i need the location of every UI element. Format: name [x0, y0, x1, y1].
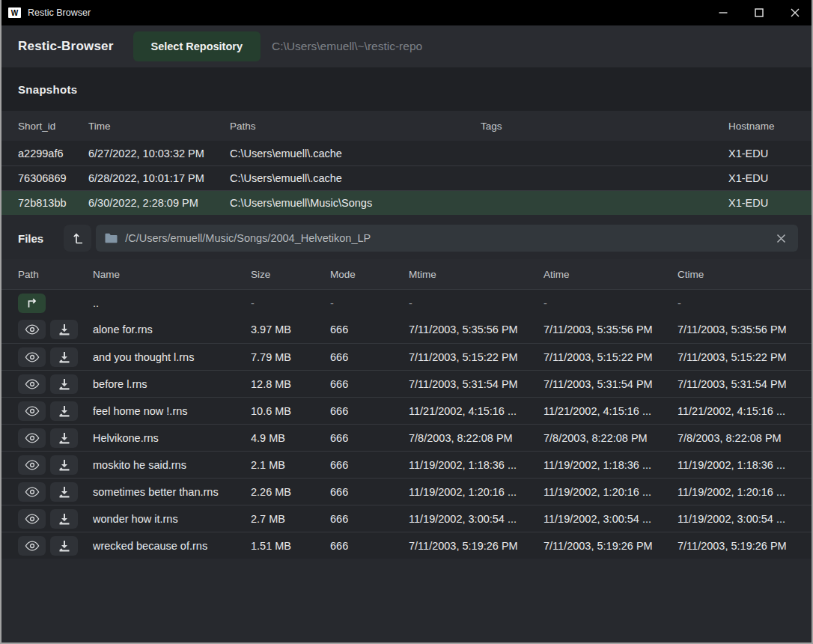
file-mode: 666	[330, 459, 409, 471]
snapshot-short-id: a2299af6	[18, 148, 88, 160]
snapshots-table-body: a2299af6 6/27/2022, 10:03:32 PM C:\Users…	[1, 141, 812, 215]
column-size: Size	[251, 269, 330, 280]
preview-file-button[interactable]	[18, 347, 46, 367]
titlebar: W Restic Browser	[0, 0, 813, 25]
window-controls	[705, 0, 813, 25]
download-file-button[interactable]	[50, 401, 78, 421]
snapshot-hostname: X1-EDU	[728, 172, 798, 184]
file-mode: 666	[330, 405, 409, 417]
file-row[interactable]: and you thought l.rns 7.79 MB 666 7/11/2…	[1, 343, 812, 370]
file-ctime: 11/19/2002, 1:18:36 ...	[678, 459, 798, 471]
file-name: moskito he said.rns	[93, 459, 251, 471]
download-file-button[interactable]	[50, 509, 78, 529]
minimize-button[interactable]	[705, 0, 741, 25]
preview-file-button[interactable]	[18, 374, 46, 394]
column-time: Time	[88, 121, 230, 132]
parent-directory-name: ..	[93, 297, 251, 309]
parent-ctime: -	[678, 297, 798, 309]
folder-icon	[105, 233, 118, 243]
preview-file-button[interactable]	[18, 428, 46, 448]
files-table-header: Path Name Size Mode Mtime Atime Ctime	[1, 259, 812, 289]
file-row[interactable]: moskito he said.rns 2.1 MB 666 11/19/200…	[1, 451, 812, 478]
repository-path[interactable]: C:\Users\emuell\~\restic-repo	[272, 40, 422, 53]
preview-file-button[interactable]	[18, 482, 46, 502]
parent-atime: -	[543, 297, 678, 309]
snapshot-row[interactable]: 72b813bb 6/30/2022, 2:28:09 PM C:\Users\…	[1, 190, 812, 215]
file-row[interactable]: alone for.rns 3.97 MB 666 7/11/2003, 5:3…	[1, 316, 812, 343]
preview-file-button[interactable]	[18, 536, 46, 556]
clear-path-button[interactable]	[773, 231, 789, 246]
column-hostname: Hostname	[728, 121, 798, 132]
file-atime: 11/19/2002, 3:00:54 ...	[543, 513, 678, 525]
file-size: 10.6 MB	[251, 405, 330, 417]
parent-mode: -	[330, 297, 409, 309]
download-file-button[interactable]	[50, 374, 78, 394]
window-title: Restic Browser	[28, 7, 91, 18]
go-parent-directory-button[interactable]	[18, 294, 46, 313]
file-size: 7.79 MB	[251, 351, 330, 363]
parent-directory-row[interactable]: .. - - - - -	[1, 289, 812, 316]
download-file-button[interactable]	[50, 455, 78, 475]
snapshot-row[interactable]: a2299af6 6/27/2022, 10:03:32 PM C:\Users…	[1, 141, 812, 165]
file-name: and you thought l.rns	[93, 351, 251, 363]
file-size: 3.97 MB	[251, 323, 330, 335]
close-button[interactable]	[777, 0, 813, 25]
column-atime: Atime	[543, 269, 678, 280]
snapshots-table-header: Short_id Time Paths Tags Hostname	[1, 111, 812, 141]
file-mode: 666	[330, 432, 409, 444]
preview-file-button[interactable]	[18, 455, 46, 475]
preview-file-button[interactable]	[18, 509, 46, 529]
snapshot-hostname: X1-EDU	[728, 197, 798, 209]
column-ctime: Ctime	[678, 269, 798, 280]
file-ctime: 11/19/2002, 3:00:54 ...	[678, 513, 798, 525]
go-to-root-button[interactable]	[64, 225, 91, 252]
file-size: 2.7 MB	[251, 513, 330, 525]
download-file-button[interactable]	[50, 482, 78, 502]
download-icon	[58, 323, 71, 336]
file-mtime: 7/11/2003, 5:31:54 PM	[409, 378, 543, 390]
download-icon	[58, 350, 71, 364]
up-level-icon	[70, 230, 85, 246]
download-icon	[58, 431, 71, 445]
file-atime: 7/11/2003, 5:19:26 PM	[543, 540, 678, 552]
eye-icon	[25, 540, 40, 552]
snapshot-row[interactable]: 76306869 6/28/2022, 10:01:17 PM C:\Users…	[1, 165, 812, 190]
files-table-body: alone for.rns 3.97 MB 666 7/11/2003, 5:3…	[1, 316, 812, 559]
download-icon	[58, 404, 71, 418]
file-atime: 11/21/2002, 4:15:16 ...	[543, 405, 678, 417]
preview-file-button[interactable]	[18, 320, 46, 339]
download-icon	[58, 485, 71, 499]
maximize-button[interactable]	[741, 0, 777, 25]
file-size: 12.8 MB	[251, 378, 330, 390]
titlebar-left: W Restic Browser	[0, 7, 91, 18]
download-icon	[58, 377, 71, 391]
download-file-button[interactable]	[50, 347, 78, 367]
file-mode: 666	[330, 540, 409, 552]
current-path-input[interactable]: /C/Users/emuell/Music/Songs/2004_Helveti…	[96, 225, 798, 252]
file-ctime: 7/11/2003, 5:15:22 PM	[678, 351, 798, 363]
file-ctime: 7/11/2003, 5:35:56 PM	[678, 323, 798, 335]
file-row[interactable]: Helvikone.rns 4.9 MB 666 7/8/2003, 8:22:…	[1, 424, 812, 451]
file-mode: 666	[330, 486, 409, 498]
files-toolbar: Files /C/Users/emuell/Music/Songs/2004_H…	[18, 225, 798, 252]
parent-size: -	[251, 297, 330, 309]
file-atime: 7/11/2003, 5:35:56 PM	[543, 323, 678, 335]
download-file-button[interactable]	[50, 320, 78, 339]
file-row[interactable]: sometimes better than.rns 2.26 MB 666 11…	[1, 478, 812, 505]
download-file-button[interactable]	[50, 536, 78, 556]
file-row[interactable]: before l.rns 12.8 MB 666 7/11/2003, 5:31…	[1, 370, 812, 397]
snapshot-paths: C:\Users\emuell\.cache	[230, 148, 481, 160]
file-atime: 7/8/2003, 8:22:08 PM	[543, 432, 678, 444]
eye-icon	[25, 405, 40, 417]
download-file-button[interactable]	[50, 428, 78, 448]
file-row[interactable]: feel home now !.rns 10.6 MB 666 11/21/20…	[1, 397, 812, 424]
file-mtime: 7/11/2003, 5:19:26 PM	[409, 540, 543, 552]
select-repository-button[interactable]: Select Repository	[133, 31, 261, 61]
column-short-id: Short_id	[18, 121, 88, 132]
jump-up-icon	[25, 296, 40, 311]
preview-file-button[interactable]	[18, 401, 46, 421]
clear-icon	[776, 234, 786, 243]
file-row[interactable]: wonder how it.rns 2.7 MB 666 11/19/2002,…	[1, 505, 812, 532]
file-row[interactable]: wrecked because of.rns 1.51 MB 666 7/11/…	[1, 532, 812, 559]
column-name: Name	[93, 269, 251, 280]
